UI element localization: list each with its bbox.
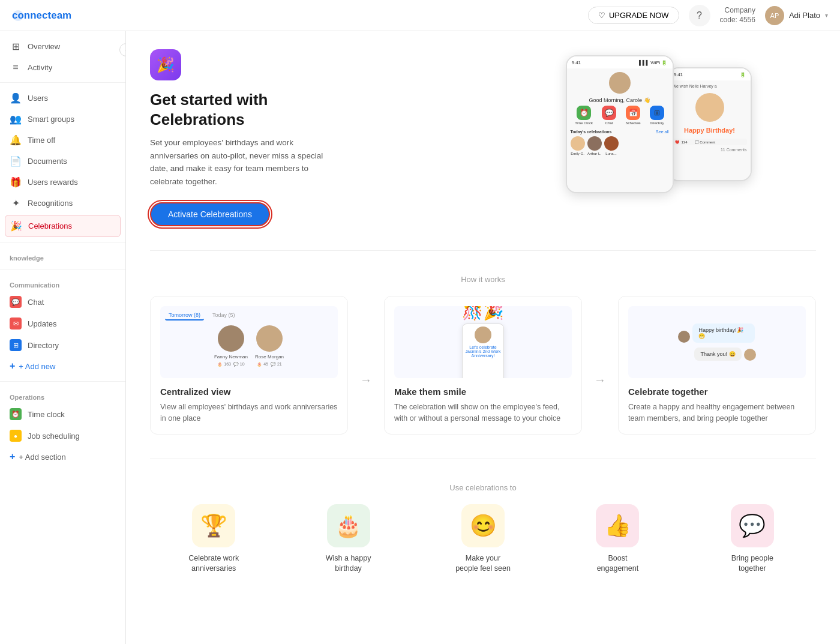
tab-today[interactable]: Today (5): [209, 311, 239, 320]
svg-text:connecteam: connecteam: [12, 10, 71, 21]
sidebar-item-celebrations[interactable]: 🎉 Celebrations: [5, 215, 121, 237]
users-icon: 👤: [10, 92, 22, 104]
phone-icons-row: ⏰ Time Clock 💬 Chat 📅: [571, 106, 669, 125]
centralized-view-preview: Tomorrow (8) Today (5) Fanny Newman 🎂 16…: [160, 306, 338, 378]
sidebar-documents-label: Documents: [28, 157, 67, 166]
hero-description: Set your employees' birthdays and work a…: [150, 136, 330, 188]
operations-section-label: Operations: [0, 387, 125, 403]
sidebar: ‹ ⊞ Overview ≡ Activity 👤 Users 👥 Smart …: [0, 31, 126, 644]
sidebar-item-documents[interactable]: 📄 Documents: [0, 151, 125, 172]
ms-phone-avatar: [475, 327, 491, 343]
logo-svg: connecteam: [12, 7, 84, 24]
sidebar-time-off-label: Time off: [28, 136, 55, 145]
phone-screen: 9:41 ▌▌▌ WiFi 🔋 Good Morning, Carole 👋: [567, 56, 673, 192]
confetti-emoji: 🎊🎉: [462, 306, 504, 321]
sidebar-recognitions-label: Recognitions: [28, 199, 73, 208]
sidebar-users-label: Users: [28, 94, 48, 103]
sidebar-add-new[interactable]: + + Add new: [0, 356, 125, 376]
how-it-works-grid: Tomorrow (8) Today (5) Fanny Newman 🎂 16…: [150, 296, 816, 459]
cv-person-2: Rose Morgan 🎂 45 💬 21: [255, 325, 284, 367]
sidebar-time-clock-label: Time clock: [28, 410, 65, 419]
sidebar-item-updates[interactable]: ✉ Updates: [0, 313, 125, 334]
add-new-plus-icon: +: [10, 361, 15, 372]
celebrate-together-desc: Create a happy and healthy engagement be…: [628, 402, 806, 424]
celebrations-icon: 🎉: [10, 220, 22, 232]
celeb-avatar-1: [571, 136, 585, 151]
chat-avatar-1: [678, 331, 690, 343]
communication-section-label: Communication: [0, 274, 125, 291]
heart-icon: ♡: [598, 11, 605, 20]
ms-phone-mockup: Let's celebrate Jasmin's 2nd Work Annive…: [462, 324, 504, 379]
tab-tomorrow[interactable]: Tomorrow (8): [165, 311, 204, 320]
arrow-2: →: [594, 296, 606, 435]
sidebar-item-users[interactable]: 👤 Users: [0, 88, 125, 109]
time-off-icon: 🔔: [10, 134, 22, 146]
job-scheduling-icon: ●: [10, 430, 22, 442]
logo[interactable]: connecteam: [12, 7, 84, 24]
make-them-smile-desc: The celebration will show on the employe…: [394, 402, 572, 424]
company-info: Company code: 4556: [720, 6, 755, 25]
overview-icon: ⊞: [10, 41, 22, 52]
ms-banner-text: Let's celebrate Jasmin's 2nd Work Annive…: [465, 345, 501, 358]
sidebar-item-overview[interactable]: ⊞ Overview: [0, 36, 125, 57]
secondary-phone-content: We wish Nelle Harvey a Happy Birthday! ❤…: [669, 80, 751, 155]
updates-icon: ✉: [10, 317, 22, 330]
happy-birthday-icon: 🎂: [327, 504, 370, 547]
add-section-plus-icon: +: [10, 451, 15, 462]
make-them-smile-title: Make them smile: [394, 387, 572, 397]
sidebar-item-directory[interactable]: ⊞ Directory: [0, 334, 125, 356]
make-them-smile-preview: 🎊🎉 Let's celebrate Jasmin's 2nd Work Ann…: [394, 306, 572, 378]
chat-bubble-received: Happy birthday!🎉😁: [692, 324, 754, 343]
header-right: ♡ UPGRADE NOW ? Company code: 4556 AP Ad…: [588, 5, 828, 26]
sidebar-updates-label: Updates: [28, 319, 56, 328]
user-info[interactable]: AP Adi Plato ▾: [765, 6, 828, 25]
sidebar-item-chat[interactable]: 💬 Chat: [0, 291, 125, 313]
feel-seen-label: Make yourpeople feel seen: [455, 553, 511, 574]
sidebar-add-new-label: + Add new: [19, 362, 55, 371]
how-card-centralized-view: Tomorrow (8) Today (5) Fanny Newman 🎂 16…: [150, 296, 348, 435]
secondary-phone-status: 9:41 🔋: [669, 68, 751, 80]
sidebar-add-section-label: + Add section: [19, 453, 65, 462]
sidebar-item-activity[interactable]: ≡ Activity: [0, 57, 125, 77]
happy-birthday-label: Wish a happybirthday: [326, 553, 371, 574]
hero-title: Get started with Celebrations: [150, 90, 471, 129]
how-it-works-label: How it works: [150, 275, 816, 284]
sidebar-item-time-off[interactable]: 🔔 Time off: [0, 130, 125, 151]
upgrade-button[interactable]: ♡ UPGRADE NOW: [588, 7, 679, 24]
birthday-person-avatar: [695, 93, 724, 122]
sidebar-item-users-rewards[interactable]: 🎁 Users rewards: [0, 172, 125, 193]
sidebar-item-job-scheduling[interactable]: ● Job scheduling: [0, 425, 125, 447]
hero-right: 9:41 ▌▌▌ WiFi 🔋 Good Morning, Carole 👋: [495, 49, 816, 205]
party-icon: 🎉: [157, 56, 175, 73]
centralized-view-title: Centralized view: [160, 387, 338, 397]
how-card-make-them-smile: 🎊🎉 Let's celebrate Jasmin's 2nd Work Ann…: [384, 296, 582, 435]
celebrate-together-preview: Happy birthday!🎉😁 Thank you! 😄: [628, 306, 806, 378]
collapse-icon: ‹: [125, 47, 126, 53]
feel-seen-icon: 😊: [461, 504, 505, 547]
app-layout: ‹ ⊞ Overview ≡ Activity 👤 Users 👥 Smart …: [0, 31, 840, 644]
user-name: Adi Plato: [789, 11, 820, 20]
how-card-celebrate-together: Happy birthday!🎉😁 Thank you! 😄 Celebrate…: [618, 296, 816, 435]
help-icon: ?: [697, 10, 702, 21]
sidebar-divider-3: [0, 269, 125, 269]
work-anniversaries-icon: 🏆: [192, 504, 235, 547]
sidebar-item-time-clock[interactable]: ⏰ Time clock: [0, 403, 125, 425]
bring-together-icon: 💬: [731, 504, 774, 547]
top-header: connecteam ♡ UPGRADE NOW ? Company code:…: [0, 0, 840, 31]
use-celebrations-label: Use celebrations to: [150, 483, 816, 492]
sidebar-divider-2: [0, 242, 125, 242]
use-card-happy-birthday: 🎂 Wish a happybirthday: [284, 504, 412, 574]
phone-mockups: 9:41 ▌▌▌ WiFi 🔋 Good Morning, Carole 👋: [560, 49, 752, 205]
activate-celebrations-button[interactable]: Activate Celebreations: [150, 202, 270, 226]
bring-together-label: Bring peopletogether: [731, 553, 773, 574]
content-inner: 🎉 Get started with Celebrations Set your…: [126, 31, 840, 592]
sidebar-item-recognitions[interactable]: ✦ Recognitions: [0, 193, 125, 214]
work-anniversaries-label: Celebrate workanniversaries: [188, 553, 239, 574]
chat-avatar-2: [744, 349, 756, 361]
sidebar-divider-1: [0, 82, 125, 83]
help-button[interactable]: ?: [689, 5, 710, 26]
main-phone-mockup: 9:41 ▌▌▌ WiFi 🔋 Good Morning, Carole 👋: [566, 55, 674, 193]
phone-content: Good Morning, Carole 👋 ⏰ Time Clock 💬: [567, 68, 673, 192]
sidebar-item-smart-groups[interactable]: 👥 Smart groups: [0, 109, 125, 130]
sidebar-add-section[interactable]: + + Add section: [0, 447, 125, 467]
